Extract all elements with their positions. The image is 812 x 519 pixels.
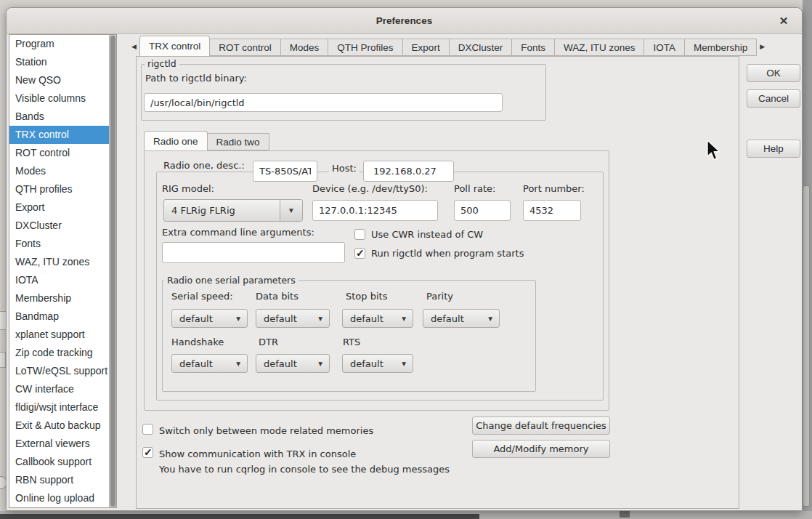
- parity-select[interactable]: default: [423, 309, 500, 328]
- preferences-tabstrip: ◀ TRX control ROT control Modes QTH Prof…: [129, 36, 768, 56]
- device-input[interactable]: [312, 200, 438, 221]
- tab-dxcluster[interactable]: DXCluster: [450, 39, 513, 56]
- sidebar-item-zip-code-tracking[interactable]: Zip code tracking: [9, 344, 116, 362]
- switch-memories-checkbox[interactable]: [142, 424, 153, 435]
- data-bits-select[interactable]: default: [256, 309, 330, 328]
- rts-select[interactable]: default: [342, 354, 413, 373]
- sidebar-item-station[interactable]: Station: [9, 53, 116, 71]
- show-communication-checkbox[interactable]: [142, 447, 153, 458]
- preferences-dialog: Preferences ✕ Program Station New QSO Vi…: [6, 7, 803, 511]
- serial-speed-label: Serial speed:: [171, 291, 233, 302]
- background-app-sliver: [620, 511, 630, 518]
- run-rigctld-checkbox[interactable]: [354, 248, 365, 259]
- category-list: Program Station New QSO Visible columns …: [9, 34, 117, 508]
- sidebar-item-iota[interactable]: IOTA: [9, 271, 116, 289]
- tab-scroll-right-icon[interactable]: ▶: [757, 38, 768, 55]
- sidebar-item-bandmap[interactable]: Bandmap: [9, 307, 116, 326]
- use-cwr-checkbox[interactable]: [354, 229, 365, 240]
- sidebar-item-rot-control[interactable]: ROT control: [9, 144, 116, 162]
- switch-memories-label: Switch only between mode related memorie…: [159, 425, 373, 436]
- radio-one-desc-label: Radio one, desc.:: [161, 160, 248, 171]
- sidebar-item-dxcluster[interactable]: DXCluster: [9, 217, 116, 235]
- add-modify-memory-button[interactable]: Add/Modify memory: [472, 440, 610, 458]
- handshake-label: Handshake: [171, 337, 224, 347]
- background-scrollbar: [803, 185, 810, 507]
- close-icon[interactable]: ✕: [777, 15, 790, 28]
- sidebar-item-qth-profiles[interactable]: QTH profiles: [9, 180, 116, 198]
- rigctld-group-legend: rigctld: [145, 58, 179, 69]
- sidebar-item-exit-auto-backup[interactable]: Exit & Auto backup: [9, 417, 116, 435]
- tab-membership[interactable]: Membership: [685, 39, 757, 56]
- sidebar-item-waz-itu-zones[interactable]: WAZ, ITU zones: [9, 253, 116, 271]
- sidebar-item-modes[interactable]: Modes: [9, 162, 116, 180]
- handshake-select[interactable]: default: [171, 354, 248, 373]
- tab-export[interactable]: Export: [403, 39, 450, 56]
- rts-label: RTS: [343, 337, 360, 347]
- tab-radio-one[interactable]: Radio one: [144, 131, 208, 150]
- sidebar-item-fldigi-wsjt-interface[interactable]: fldigi/wsjt interface: [9, 398, 116, 417]
- data-bits-value: default: [264, 313, 297, 324]
- sidebar-item-online-log-upload[interactable]: Online log upload: [9, 489, 116, 507]
- help-button[interactable]: Help: [747, 140, 800, 158]
- sidebar-item-visible-columns[interactable]: Visible columns: [9, 89, 116, 108]
- sidebar-item-bands[interactable]: Bands: [9, 108, 116, 126]
- run-rigctld-label: Run rigctld when program starts: [371, 248, 524, 259]
- tab-qth-profiles[interactable]: QTH Profiles: [328, 39, 402, 56]
- sidebar-item-export[interactable]: Export: [9, 198, 116, 217]
- tab-modes[interactable]: Modes: [281, 39, 329, 56]
- tab-fonts[interactable]: Fonts: [512, 39, 555, 56]
- console-note: You have to run cqrlog in console to see…: [159, 464, 450, 475]
- rts-value: default: [350, 358, 383, 369]
- ok-button[interactable]: OK: [747, 64, 800, 82]
- sidebar-item-fonts[interactable]: Fonts: [9, 235, 116, 253]
- radio-one-desc-input[interactable]: [253, 161, 317, 182]
- sidebar-scrollbar[interactable]: [109, 35, 116, 507]
- show-communication-label: Show communication with TRX in console: [159, 448, 356, 459]
- extra-args-input[interactable]: [162, 242, 345, 263]
- poll-rate-label: Poll rate:: [454, 183, 495, 194]
- dtr-select[interactable]: default: [256, 354, 330, 373]
- sidebar-item-lotw-eqsl-support[interactable]: LoTW/eQSL support: [9, 362, 116, 380]
- rig-model-value: 4 FLRig FLRig: [171, 205, 235, 216]
- change-default-frequencies-button[interactable]: Change default frequencies: [472, 417, 610, 435]
- use-cwr-label: Use CWR instead of CW: [371, 229, 483, 240]
- trx-control-panel: rigctld Path to rigctld binary: Radio on…: [136, 56, 739, 509]
- sidebar-item-xplanet-support[interactable]: xplanet support: [9, 326, 116, 344]
- port-number-input[interactable]: [523, 200, 581, 221]
- sidebar-item-membership[interactable]: Membership: [9, 289, 116, 307]
- rigctld-path-label: Path to rigctld binary:: [145, 73, 247, 84]
- sidebar-item-callbook-support[interactable]: Callbook support: [9, 453, 116, 471]
- rigctld-path-input[interactable]: [144, 93, 503, 112]
- serial-speed-select[interactable]: default: [171, 309, 248, 328]
- titlebar[interactable]: Preferences ✕: [7, 8, 802, 34]
- dtr-value: default: [264, 358, 297, 369]
- tab-scroll-left-icon[interactable]: ◀: [129, 38, 139, 55]
- radio-tabstrip: Radio one Radio two: [144, 131, 269, 150]
- tab-iota[interactable]: IOTA: [644, 39, 685, 56]
- sidebar-item-program[interactable]: Program: [9, 35, 116, 53]
- poll-rate-input[interactable]: [454, 200, 511, 221]
- serial-parameters-group: Radio one serial parameters Serial speed…: [162, 280, 536, 392]
- rig-model-dropdown-icon[interactable]: [280, 200, 302, 221]
- serial-parameters-legend: Radio one serial parameters: [164, 275, 299, 286]
- sidebar-item-rbn-support[interactable]: RBN support: [9, 471, 116, 489]
- sidebar-item-external-viewers[interactable]: External viewers: [9, 435, 116, 453]
- port-number-label: Port number:: [523, 183, 585, 194]
- tab-trx-control[interactable]: TRX control: [139, 36, 210, 56]
- window-title: Preferences: [376, 15, 432, 26]
- rig-model-select[interactable]: 4 FLRig FLRig: [163, 199, 303, 222]
- stop-bits-select[interactable]: default: [342, 309, 413, 328]
- stop-bits-value: default: [350, 313, 383, 324]
- handshake-value: default: [179, 358, 213, 369]
- sidebar-scrollbar-thumb[interactable]: [110, 36, 115, 507]
- tab-waz-itu-zones[interactable]: WAZ, ITU zones: [555, 39, 645, 56]
- sidebar-item-cw-interface[interactable]: CW interface: [9, 380, 116, 398]
- parity-value: default: [431, 313, 464, 324]
- tab-rot-control[interactable]: ROT control: [210, 39, 281, 56]
- sidebar-item-new-qso[interactable]: New QSO: [9, 71, 116, 89]
- parity-label: Parity: [426, 291, 453, 302]
- tab-radio-two[interactable]: Radio two: [208, 133, 269, 150]
- sidebar-item-trx-control[interactable]: TRX control: [9, 126, 116, 144]
- cancel-button[interactable]: Cancel: [747, 89, 800, 108]
- host-input[interactable]: [363, 161, 454, 182]
